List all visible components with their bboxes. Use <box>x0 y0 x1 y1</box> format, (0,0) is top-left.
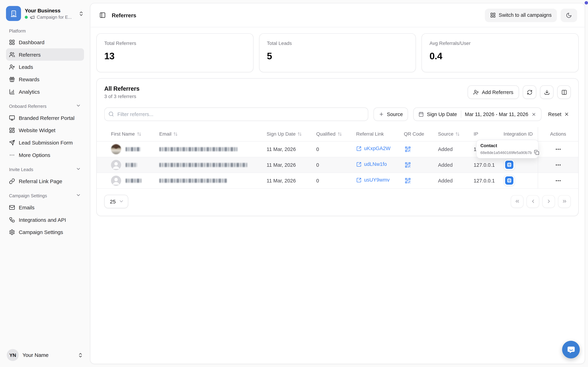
clear-date-filter-icon[interactable] <box>531 112 536 117</box>
qualified-cell: 0 <box>312 141 353 157</box>
table-wrap: First NameEmailSign Up DateQualifiedRefe… <box>97 127 578 189</box>
sort-icon[interactable] <box>173 132 178 136</box>
chevrons-left-icon <box>514 199 520 204</box>
signup-date-cell: 11 Mar, 2026 <box>263 173 312 188</box>
add-referrers-button[interactable]: Add Referrers <box>467 85 519 99</box>
sidebar-toggle-button[interactable] <box>98 10 107 20</box>
sidebar-item-website-widget[interactable]: Website Widget <box>6 124 84 136</box>
table-count: 3 of 3 referrers <box>104 94 139 99</box>
filter-referrers-input[interactable] <box>104 108 368 121</box>
sidebar-item-referrers[interactable]: Referrers <box>6 48 84 61</box>
sidebar-section-label[interactable]: Onboard Referrers <box>9 103 81 109</box>
redacted-first-name <box>126 163 137 167</box>
last-page-button[interactable] <box>558 195 571 208</box>
qr-code-button[interactable] <box>404 176 412 184</box>
chevron-left-icon <box>530 199 536 204</box>
date-range-value: Mar 11, 2026 - Mar 11, 2026 <box>465 111 528 117</box>
column-header-first-name[interactable]: First Name <box>97 127 156 141</box>
sidebar-section-label[interactable]: Campaign Settings <box>9 192 81 199</box>
sidebar-item-emails[interactable]: Emails <box>6 201 84 214</box>
sort-icon[interactable] <box>455 132 460 136</box>
refresh-button[interactable] <box>523 85 536 99</box>
column-header-sign-up-date[interactable]: Sign Up Date <box>263 127 312 141</box>
sidebar-nav: PlatformDashboardReferrersLeadsRewardsAn… <box>6 23 84 238</box>
send-icon <box>9 140 15 145</box>
qr-code-button[interactable] <box>404 145 412 153</box>
next-page-button[interactable] <box>542 195 555 208</box>
redacted-first-name <box>126 178 141 183</box>
sort-icon[interactable] <box>137 132 141 136</box>
sidebar-item-campaign-settings[interactable]: Campaign Settings <box>6 226 84 238</box>
column-header-email[interactable]: Email <box>156 127 263 141</box>
business-logo-icon <box>6 6 21 21</box>
megaphone-icon <box>30 15 35 20</box>
sidebar: Your Business Campaign for E... Platform… <box>0 0 90 367</box>
referrer-avatar <box>111 160 121 170</box>
row-actions-button[interactable] <box>553 160 563 169</box>
panel-left-icon <box>99 12 106 18</box>
user-plus-icon <box>473 89 479 95</box>
user-menu[interactable]: YN Your Name <box>6 348 84 361</box>
chevron-down-icon <box>76 103 81 109</box>
chevrons-up-down-icon <box>78 11 84 16</box>
sidebar-item-integrations-and-api[interactable]: Integrations and API <box>6 213 84 226</box>
row-actions-button[interactable] <box>553 144 563 154</box>
chat-launcher-button[interactable] <box>562 341 580 359</box>
intercom-integration-badge[interactable] <box>503 159 515 170</box>
signup-date-filter[interactable]: Sign Up Date Mar 11, 2026 - Mar 11, 2026 <box>413 108 541 121</box>
row-actions-button[interactable] <box>553 176 563 185</box>
columns-button[interactable] <box>557 85 571 99</box>
table-header-row: First NameEmailSign Up DateQualifiedRefe… <box>97 127 578 141</box>
sidebar-item-rewards[interactable]: Rewards <box>6 73 84 85</box>
page-size-select[interactable]: 25 <box>104 194 128 208</box>
qualified-cell: 0 <box>312 173 353 188</box>
column-header-source[interactable]: Source <box>434 127 470 141</box>
sidebar-item-more-options[interactable]: More Options <box>6 149 84 161</box>
contact-tooltip: Contact 68e8de1a5460169fe5a90b7b <box>476 140 538 158</box>
qr-code-button[interactable] <box>404 161 412 169</box>
stat-value: 5 <box>267 50 408 61</box>
referral-link[interactable]: usUY9wmv <box>356 177 389 183</box>
settings-icon <box>9 229 15 235</box>
intercom-integration-badge[interactable] <box>503 175 515 186</box>
external-link-icon <box>356 162 361 167</box>
sidebar-item-leads[interactable]: Leads <box>6 61 84 73</box>
sidebar-item-referral-link-page[interactable]: Referral Link Page <box>6 175 84 187</box>
referral-link[interactable]: udLNw1fo <box>356 161 387 167</box>
stat-label: Total Referrers <box>104 40 245 46</box>
table-row: 11 Mar, 20260usUY9wmvAdded127.0.0.1 <box>97 173 578 188</box>
external-link-icon <box>356 146 361 151</box>
copy-icon[interactable] <box>534 150 539 155</box>
columns-icon <box>561 89 567 95</box>
table-title: All Referrers <box>104 85 139 92</box>
sidebar-item-lead-submission-form[interactable]: Lead Submission Form <box>6 136 84 149</box>
referral-link[interactable]: uKxpGA2W <box>356 146 390 151</box>
sidebar-section-label[interactable]: Invite Leads <box>9 166 81 173</box>
sort-icon[interactable] <box>297 132 302 136</box>
referrer-avatar <box>111 144 121 154</box>
column-header-qualified[interactable]: Qualified <box>312 127 353 141</box>
x-icon <box>564 112 569 117</box>
plus-icon <box>379 112 384 117</box>
switch-campaigns-button[interactable]: Switch to all campaigns <box>485 8 557 22</box>
reset-filters-button[interactable]: Reset <box>547 111 571 117</box>
first-page-button[interactable] <box>511 195 524 208</box>
prev-page-button[interactable] <box>527 195 539 208</box>
user-plus-icon <box>9 64 15 70</box>
users-icon <box>9 51 15 58</box>
moon-icon <box>566 12 572 18</box>
business-switcher[interactable]: Your Business Campaign for E... <box>6 5 84 23</box>
sidebar-item-branded-referrer-portal[interactable]: Branded Referrer Portal <box>6 112 84 124</box>
sidebar-item-analytics[interactable]: Analytics <box>6 85 84 98</box>
campaign-name: Campaign for E... <box>37 15 72 20</box>
redacted-email <box>159 147 237 151</box>
search-icon <box>108 111 114 117</box>
redacted-email <box>159 179 227 183</box>
export-button[interactable] <box>540 85 553 99</box>
chevrons-up-down-icon <box>78 352 83 358</box>
dark-mode-toggle[interactable] <box>561 8 577 22</box>
source-filter-button[interactable]: Source <box>373 108 408 121</box>
sidebar-item-dashboard[interactable]: Dashboard <box>6 36 84 48</box>
sort-icon[interactable] <box>337 132 342 136</box>
stat-card-total-referrers: Total Referrers13 <box>96 33 253 72</box>
